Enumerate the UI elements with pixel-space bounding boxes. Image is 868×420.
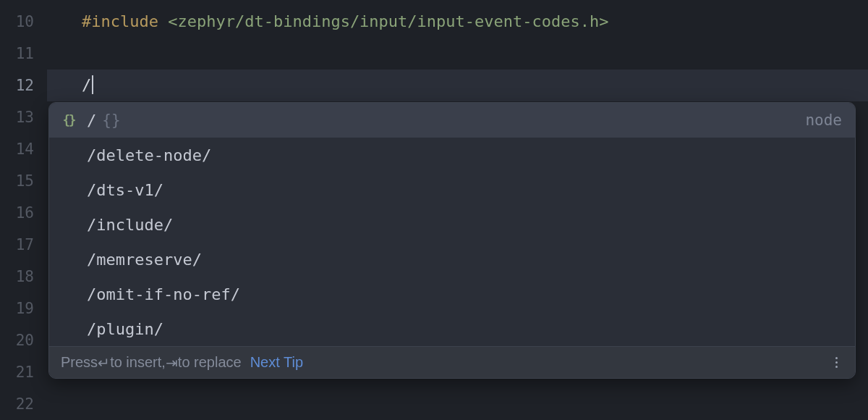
line-number[interactable]: 13: [0, 101, 47, 133]
suggest-item-dts-v1[interactable]: /dts-v1/: [49, 172, 855, 207]
suggest-label: /memreserve/: [87, 251, 202, 269]
tab-key-icon: ⇥: [166, 354, 178, 371]
suggest-item-root-node[interactable]: {} / {} node: [49, 103, 855, 138]
suggest-item-omit-if-no-ref[interactable]: /omit-if-no-ref/: [49, 277, 855, 311]
line-number[interactable]: 17: [0, 229, 47, 261]
line-number[interactable]: 10: [0, 6, 47, 38]
line-number[interactable]: 22: [0, 388, 47, 420]
braces-icon: {}: [61, 112, 77, 128]
include-path: <zephyr/dt-bindings/input/input-event-co…: [168, 12, 608, 30]
enter-key-icon: ↵: [98, 354, 110, 371]
line-number[interactable]: 14: [0, 133, 47, 165]
code-line-11[interactable]: [82, 38, 868, 70]
line-number[interactable]: 20: [0, 324, 47, 356]
next-tip-link[interactable]: Next Tip: [250, 354, 303, 371]
suggest-item-plugin[interactable]: /plugin/: [49, 311, 855, 346]
hint-bar: Press ↵ to insert, ⇥ to replace Next Tip: [49, 346, 855, 378]
line-number[interactable]: 21: [0, 356, 47, 388]
line-number[interactable]: 18: [0, 261, 47, 293]
suggest-item-memreserve[interactable]: /memreserve/: [49, 242, 855, 277]
text-cursor: [92, 75, 93, 94]
hint-press-text: Press: [61, 354, 98, 371]
vertical-dots-icon: [835, 357, 838, 368]
suggest-label: /dts-v1/: [87, 181, 163, 199]
suggest-label: /include/: [87, 216, 173, 234]
suggest-item-include[interactable]: /include/: [49, 207, 855, 242]
suggest-label: /delete-node/: [87, 146, 211, 164]
preprocessor-directive: #include: [82, 12, 158, 30]
suggest-detail: {}: [102, 112, 120, 129]
typed-text: /: [82, 76, 91, 94]
autocomplete-popup: {} / {} node /delete-node/ /dts-v1/ /inc…: [48, 102, 856, 379]
line-number[interactable]: 11: [0, 38, 47, 70]
suggest-item-delete-node[interactable]: /delete-node/: [49, 138, 855, 172]
suggest-label: /: [87, 112, 96, 130]
line-number-gutter: 10 11 12 13 14 15 16 17 18 19 20 21 22: [0, 0, 47, 420]
suggest-kind: node: [805, 112, 842, 129]
line-number[interactable]: 19: [0, 293, 47, 324]
line-number[interactable]: 12: [0, 70, 47, 101]
line-number[interactable]: 15: [0, 165, 47, 197]
line-number[interactable]: 16: [0, 197, 47, 229]
suggest-label: /omit-if-no-ref/: [87, 285, 240, 303]
more-options-button[interactable]: [830, 354, 843, 371]
suggest-label: /plugin/: [87, 320, 163, 338]
code-line-12[interactable]: /: [47, 70, 868, 101]
hint-replace-text: to replace: [178, 354, 242, 371]
hint-insert-text: to insert,: [110, 354, 166, 371]
code-line-10[interactable]: #include <zephyr/dt-bindings/input/input…: [82, 6, 868, 38]
